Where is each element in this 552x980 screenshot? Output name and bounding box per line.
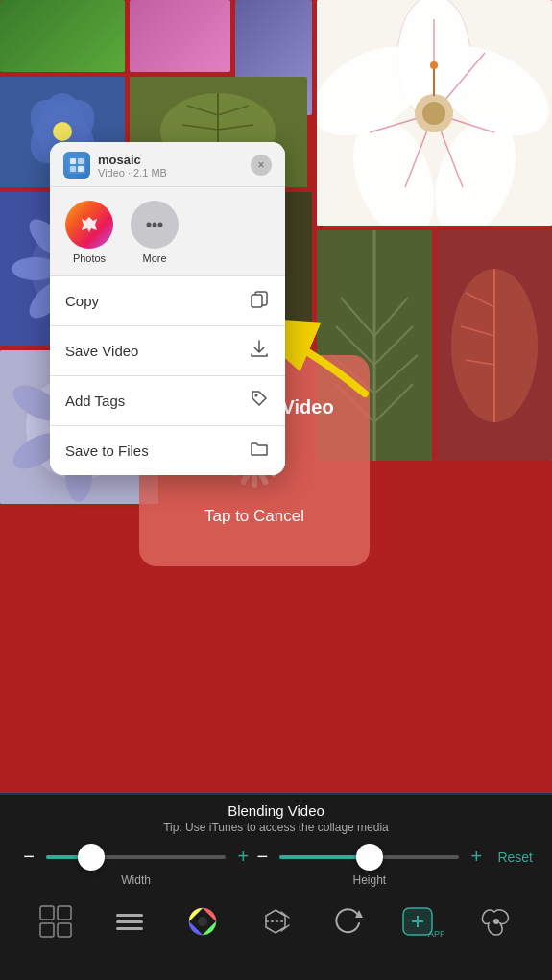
add-apps-icon-button[interactable]: APPS <box>401 900 444 943</box>
copy-icon <box>249 288 270 314</box>
height-slider-controls: − + <box>252 846 486 868</box>
svg-rect-104 <box>116 927 143 930</box>
bottom-toolbar: Blending Video Tip: Use iTunes to access… <box>0 793 552 980</box>
svg-rect-96 <box>252 295 262 307</box>
width-slider-group: − + Width <box>19 846 252 887</box>
share-icon-photos[interactable]: Photos <box>65 201 113 264</box>
share-icon-more[interactable]: More <box>131 201 179 264</box>
svg-rect-88 <box>78 158 84 164</box>
width-slider-track[interactable] <box>46 855 226 859</box>
toolbar-title: Blending Video <box>0 802 552 819</box>
svg-rect-102 <box>116 914 143 917</box>
svg-rect-87 <box>70 158 76 164</box>
height-label: Height <box>352 873 386 887</box>
height-minus-button[interactable]: − <box>252 846 272 868</box>
flip-icon-button[interactable] <box>254 900 297 943</box>
photo-flower <box>317 0 552 226</box>
height-slider-thumb[interactable] <box>356 844 383 871</box>
photo-2 <box>130 0 230 72</box>
toolbar-tip: Tip: Use iTunes to access the collage me… <box>0 821 552 834</box>
svg-rect-89 <box>70 166 76 172</box>
svg-rect-101 <box>58 923 71 937</box>
share-header-left: mosaic Video · 2.1 MB <box>63 152 167 179</box>
svg-point-106 <box>198 917 207 926</box>
svg-rect-90 <box>78 166 84 172</box>
logo-icon-button[interactable] <box>475 900 517 943</box>
svg-point-97 <box>255 394 258 397</box>
share-app-name: mosaic <box>98 153 167 167</box>
menu-item-add-tags[interactable]: Add Tags <box>50 376 285 426</box>
bottom-icons-row: APPS <box>0 895 552 952</box>
width-plus-button[interactable]: + <box>233 846 252 868</box>
svg-point-92 <box>147 223 152 227</box>
share-close-button[interactable]: × <box>251 155 272 176</box>
share-app-icon <box>63 152 90 179</box>
tap-cancel-label[interactable]: Tap to Cancel <box>204 507 304 526</box>
height-slider-track[interactable] <box>279 855 459 859</box>
add-tags-label: Add Tags <box>65 393 125 409</box>
menu-icon-button[interactable] <box>108 900 151 943</box>
photo-1 <box>0 0 125 72</box>
collage-icon-button[interactable] <box>35 900 77 943</box>
share-sheet: mosaic Video · 2.1 MB × Photos <box>50 142 285 475</box>
photos-icon-circle <box>65 201 113 249</box>
svg-rect-79 <box>252 474 257 488</box>
save-video-icon <box>249 338 270 364</box>
add-tags-icon <box>249 388 270 414</box>
menu-item-save-video[interactable]: Save Video <box>50 326 285 376</box>
color-wheel-icon-button[interactable] <box>181 900 224 943</box>
svg-point-93 <box>153 223 157 227</box>
share-icons-row: Photos More <box>50 187 285 276</box>
width-slider-controls: − + <box>19 846 252 868</box>
save-video-label: Save Video <box>65 343 138 359</box>
svg-point-113 <box>493 919 499 924</box>
height-plus-button[interactable]: + <box>467 846 486 868</box>
svg-point-14 <box>422 102 445 125</box>
more-label: More <box>142 252 166 264</box>
height-slider-group: − + Height <box>252 846 486 887</box>
photos-label: Photos <box>73 252 106 264</box>
svg-point-16 <box>430 61 438 69</box>
menu-item-copy[interactable]: Copy <box>50 276 285 326</box>
share-app-info: mosaic Video · 2.1 MB <box>98 153 167 179</box>
width-label: Width <box>121 873 151 887</box>
svg-point-94 <box>158 223 163 227</box>
svg-point-21 <box>53 122 72 141</box>
menu-item-save-to-files[interactable]: Save to Files <box>50 426 285 475</box>
svg-rect-103 <box>116 920 143 923</box>
svg-text:APPS: APPS <box>428 929 444 939</box>
save-to-files-icon <box>249 438 270 464</box>
width-slider-thumb[interactable] <box>78 844 105 871</box>
svg-rect-99 <box>58 906 71 920</box>
sliders-row: − + Width − + Height Reset <box>0 838 552 895</box>
width-minus-button[interactable]: − <box>19 846 38 868</box>
svg-rect-100 <box>40 923 54 937</box>
copy-label: Copy <box>65 293 99 309</box>
svg-rect-98 <box>40 906 54 920</box>
more-icon-circle <box>131 201 179 249</box>
rotate-icon-button[interactable] <box>328 900 371 943</box>
share-header: mosaic Video · 2.1 MB × <box>50 142 285 187</box>
save-to-files-label: Save to Files <box>65 442 149 459</box>
reset-button[interactable]: Reset <box>497 846 533 865</box>
share-app-size: Video · 2.1 MB <box>98 167 167 179</box>
photo-10 <box>437 230 552 461</box>
